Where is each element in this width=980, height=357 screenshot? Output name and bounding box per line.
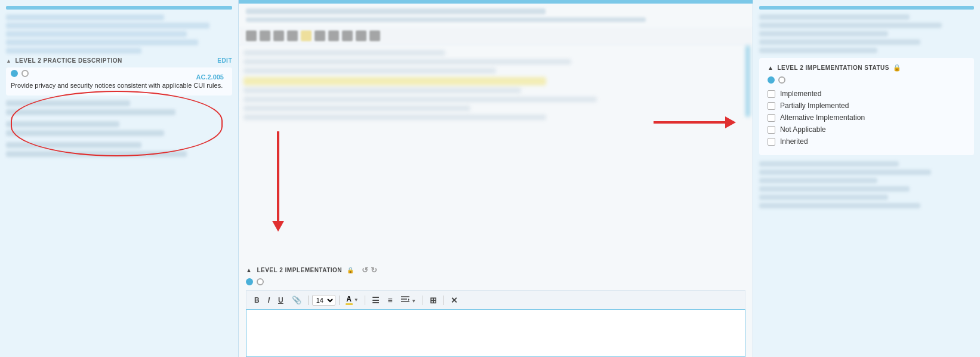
undo-redo-group: ↺ ↻	[362, 266, 378, 275]
partially-implemented-label: Partially Implemented	[780, 101, 849, 110]
separator1	[308, 296, 309, 305]
main-layout: ▲ LEVEL 2 PRACTICE DESCRIPTION Edit AC.2…	[0, 0, 980, 357]
bold-button[interactable]: B	[251, 295, 263, 306]
impl-radio-empty[interactable]	[257, 278, 264, 285]
blurred-content-area	[239, 45, 753, 261]
arrow-line-vertical	[277, 131, 279, 221]
alternative-implementation-label: Alternative Implementation	[780, 113, 865, 122]
ordered-list-button[interactable]: ≡	[385, 294, 396, 306]
separator3	[365, 296, 365, 305]
practice-description-text: Provide privacy and security notices con…	[11, 81, 227, 91]
status-lock-icon: 🔒	[893, 64, 902, 72]
align-button[interactable]: ▼	[398, 294, 419, 306]
font-size-select[interactable]: 14 10 12 16 18	[312, 295, 335, 306]
scrollbar[interactable]	[745, 45, 750, 117]
alternative-implementation-checkbox[interactable]	[768, 114, 775, 122]
not-applicable-row: Not Applicable	[768, 125, 966, 134]
middle-blurred-header	[239, 4, 753, 27]
status-chevron-icon: ▲	[768, 64, 773, 71]
implemented-label: Implemented	[780, 90, 821, 98]
chevron-icon: ▲	[6, 58, 11, 64]
arrow-line-horizontal	[654, 121, 725, 124]
impl-status-header: ▲ LEVEL 2 IMPLEMENTATION STATUS 🔒	[768, 64, 966, 72]
edit-button[interactable]: Edit	[217, 57, 232, 64]
status-radio-row	[768, 76, 966, 84]
color-a-icon: A	[346, 295, 353, 305]
right-panel: ▲ LEVEL 2 IMPLEMENTATION STATUS 🔒 Implem…	[753, 0, 980, 357]
arrow-head-right	[725, 116, 736, 128]
rich-text-editor[interactable]	[246, 309, 745, 357]
inherited-label: Inherited	[780, 137, 808, 146]
not-applicable-checkbox[interactable]	[768, 126, 775, 134]
separator5	[443, 296, 444, 305]
arrow-head-down	[272, 221, 284, 232]
text-color-button[interactable]: A ▼	[343, 294, 361, 306]
radio-filled[interactable]	[11, 70, 18, 77]
impl-section-header: ▲ LEVEL 2 IMPLEMENTATION 🔒 ↺ ↻	[246, 266, 745, 275]
left-panel: ▲ LEVEL 2 PRACTICE DESCRIPTION Edit AC.2…	[0, 0, 239, 357]
table-button[interactable]: ⊞	[427, 294, 440, 306]
impl-radio-filled[interactable]	[246, 278, 253, 285]
separator4	[423, 296, 423, 305]
lock-icon: 🔒	[347, 267, 355, 273]
red-arrow-down	[272, 131, 284, 232]
rich-text-toolbar: B I U 📎 14 10 12 16 18 A	[246, 290, 745, 309]
redo-button[interactable]: ↻	[371, 266, 378, 275]
italic-button[interactable]: I	[265, 295, 273, 306]
partially-implemented-checkbox[interactable]	[768, 102, 775, 110]
practice-description-box: AC.2.005 Provide privacy and security no…	[6, 67, 232, 96]
inherited-checkbox[interactable]	[768, 138, 775, 146]
color-chevron-icon: ▼	[354, 297, 359, 303]
blurred-lower-sections	[6, 100, 232, 157]
right-top-bar	[759, 6, 974, 10]
implemented-checkbox[interactable]	[768, 90, 775, 98]
clear-button[interactable]: ✕	[448, 294, 461, 306]
undo-button[interactable]: ↺	[362, 266, 369, 275]
blurred-toolbar	[239, 27, 753, 45]
practice-radio-row: AC.2.005	[11, 70, 227, 77]
svg-marker-3	[408, 298, 409, 301]
partially-implemented-row: Partially Implemented	[768, 101, 966, 110]
level2-practice-header: ▲ LEVEL 2 PRACTICE DESCRIPTION Edit	[6, 57, 232, 64]
impl-chevron-icon: ▲	[246, 267, 252, 273]
separator2	[339, 296, 340, 305]
right-blurred-top	[759, 14, 974, 53]
clip-button[interactable]: 📎	[289, 294, 304, 306]
impl-radio-row	[246, 278, 745, 285]
middle-panel: ▲ LEVEL 2 IMPLEMENTATION 🔒 ↺ ↻ B I U 📎	[239, 0, 753, 357]
not-applicable-label: Not Applicable	[780, 125, 826, 134]
alternative-implementation-row: Alternative Implementation	[768, 113, 966, 122]
underline-button[interactable]: U	[275, 295, 286, 306]
practice-code: AC.2.005	[196, 73, 224, 81]
left-panel-top-bar	[6, 6, 232, 10]
status-radio-empty[interactable]	[778, 76, 785, 84]
red-arrow-right	[654, 116, 736, 128]
implemented-row: Implemented	[768, 90, 966, 98]
inherited-row: Inherited	[768, 137, 966, 146]
level2-implementation-section: ▲ LEVEL 2 IMPLEMENTATION 🔒 ↺ ↻ B I U 📎	[239, 261, 753, 357]
unordered-list-button[interactable]: ☰	[369, 294, 383, 306]
impl-status-box: ▲ LEVEL 2 IMPLEMENTATION STATUS 🔒 Implem…	[759, 58, 974, 155]
radio-empty[interactable]	[21, 70, 29, 77]
blurred-top-content	[6, 14, 232, 54]
status-radio-filled[interactable]	[768, 76, 775, 84]
right-blurred-bottom	[759, 161, 974, 208]
